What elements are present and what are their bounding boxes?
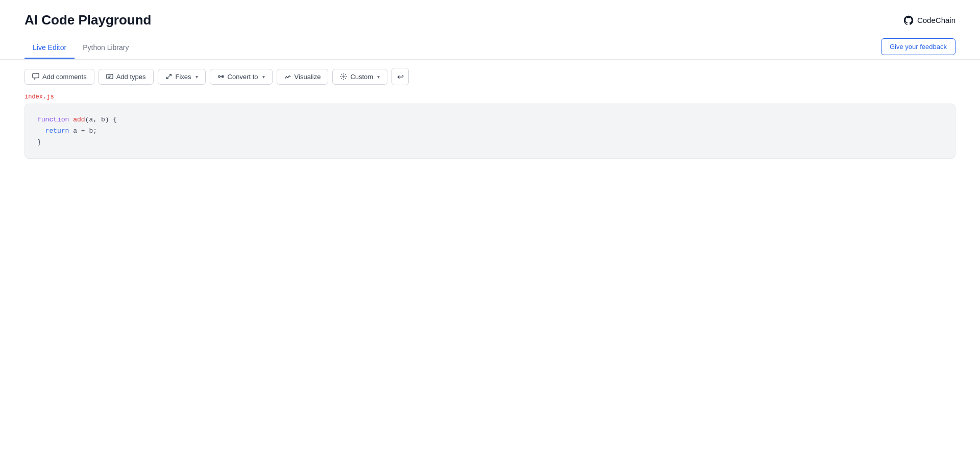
types-icon	[106, 73, 113, 80]
github-link[interactable]: CodeChain	[903, 15, 955, 26]
github-label: CodeChain	[917, 16, 955, 24]
tabs: Live Editor Python Library	[24, 39, 137, 59]
convert-chevron-icon: ▾	[262, 74, 265, 80]
toolbar: Add comments Add types Fixes ▾	[0, 60, 980, 93]
file-label: index.js	[24, 93, 955, 101]
header: AI Code Playground CodeChain	[0, 0, 980, 28]
github-icon	[903, 15, 914, 26]
svg-rect-0	[33, 73, 39, 78]
code-line-1: function add(a, b) {	[37, 114, 943, 126]
visualize-button[interactable]: Visualize	[277, 69, 329, 85]
app-title: AI Code Playground	[24, 12, 151, 28]
comment-icon	[32, 73, 39, 80]
tab-python-library[interactable]: Python Library	[75, 39, 137, 59]
svg-point-2	[218, 76, 220, 78]
custom-button[interactable]: Custom ▾	[332, 69, 387, 85]
undo-button[interactable]: ↩	[391, 68, 409, 85]
code-editor[interactable]: function add(a, b) { return a + b; }	[24, 104, 955, 159]
fixes-icon	[165, 73, 173, 80]
add-comments-button[interactable]: Add comments	[24, 69, 94, 85]
fixes-chevron-icon: ▾	[195, 74, 198, 80]
convert-icon	[217, 73, 225, 80]
editor-area: index.js function add(a, b) { return a +…	[24, 93, 955, 159]
tab-live-editor[interactable]: Live Editor	[24, 39, 75, 59]
undo-icon: ↩	[397, 72, 404, 82]
add-types-button[interactable]: Add types	[99, 69, 154, 85]
custom-icon	[340, 73, 347, 80]
custom-chevron-icon: ▾	[377, 74, 380, 80]
tabs-row: Live Editor Python Library Give your fee…	[0, 32, 980, 60]
visualize-icon	[284, 73, 291, 80]
svg-rect-1	[107, 74, 113, 79]
convert-to-button[interactable]: Convert to ▾	[210, 69, 273, 85]
code-line-2: return a + b;	[37, 126, 943, 137]
feedback-button[interactable]: Give your feedback	[881, 38, 955, 55]
fixes-button[interactable]: Fixes ▾	[158, 69, 206, 85]
svg-point-4	[343, 76, 345, 78]
code-line-3: }	[37, 137, 943, 148]
